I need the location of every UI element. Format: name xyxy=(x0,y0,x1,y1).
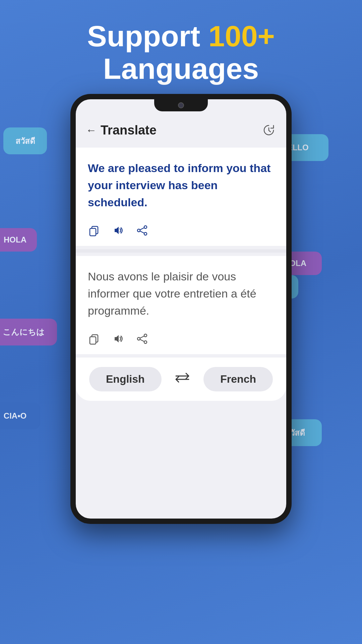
svg-line-6 xyxy=(140,231,144,233)
svg-point-9 xyxy=(144,334,147,337)
translated-card-actions xyxy=(88,329,274,345)
svg-point-3 xyxy=(137,229,140,232)
source-share-button[interactable] xyxy=(136,224,148,236)
svg-rect-8 xyxy=(90,337,96,344)
share-icon xyxy=(136,224,148,236)
svg-line-12 xyxy=(140,336,144,338)
translated-share-button[interactable] xyxy=(136,333,148,345)
back-button[interactable]: ← xyxy=(86,124,97,137)
source-copy-button[interactable] xyxy=(88,224,100,236)
header-section: Support 100+ Languages xyxy=(0,20,362,85)
swap-icon xyxy=(174,372,191,383)
svg-point-11 xyxy=(144,341,147,343)
copy-icon-2 xyxy=(88,333,100,345)
svg-rect-1 xyxy=(90,228,96,236)
phone-notch xyxy=(154,99,208,111)
source-text: We are pleased to inform you that your i… xyxy=(88,160,274,211)
phone-notch-bar xyxy=(76,99,286,116)
svg-line-5 xyxy=(140,228,144,230)
source-card-actions xyxy=(88,221,274,236)
app-bar-left: ← Translate xyxy=(86,123,157,138)
background-bubble-6: CIA•O xyxy=(0,402,40,429)
translated-text: Nous avons le plaisir de vous informer q… xyxy=(88,268,274,319)
svg-point-4 xyxy=(144,232,147,235)
copy-icon xyxy=(88,224,100,236)
app-bar: ← Translate xyxy=(76,116,286,144)
header-text-support: Support xyxy=(87,19,208,53)
phone-outer: ← Translate We are pleased to inform you… xyxy=(70,94,292,524)
speaker-icon-2 xyxy=(112,333,124,345)
speaker-icon xyxy=(112,224,124,236)
source-speak-button[interactable] xyxy=(112,224,124,236)
swap-languages-button[interactable] xyxy=(174,372,191,386)
background-bubble-0: สวัสดี xyxy=(3,127,47,154)
phone-screen: ← Translate We are pleased to inform you… xyxy=(76,116,286,519)
background-bubble-3: こんにちは xyxy=(0,319,57,345)
header-text-languages: Languages xyxy=(103,52,259,85)
header-accent: 100+ xyxy=(208,19,275,53)
app-bar-title: Translate xyxy=(101,123,157,138)
translated-speak-button[interactable] xyxy=(112,333,124,345)
history-icon xyxy=(262,123,276,137)
target-language-button[interactable]: French xyxy=(203,367,273,391)
history-button[interactable] xyxy=(261,123,276,138)
header-title: Support 100+ Languages xyxy=(0,20,362,85)
source-language-button[interactable]: English xyxy=(89,367,162,391)
share-icon-2 xyxy=(136,333,148,345)
card-divider xyxy=(76,249,286,253)
svg-point-2 xyxy=(144,226,147,228)
svg-line-13 xyxy=(140,339,144,341)
phone-mockup: ← Translate We are pleased to inform you… xyxy=(70,94,292,524)
svg-point-10 xyxy=(137,337,140,340)
background-bubble-2: HOLA xyxy=(0,228,37,252)
bottom-bar: English French xyxy=(76,358,286,401)
source-card: We are pleased to inform you that your i… xyxy=(76,148,286,246)
translated-copy-button[interactable] xyxy=(88,333,100,345)
translated-card: Nous avons le plaisir de vous informer q… xyxy=(76,256,286,354)
phone-camera xyxy=(178,102,184,108)
